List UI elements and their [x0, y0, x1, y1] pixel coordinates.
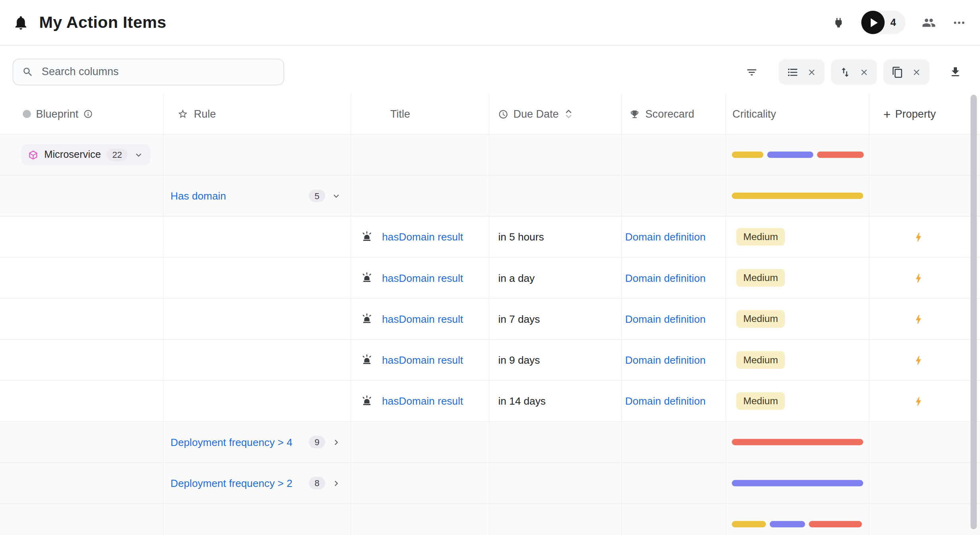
criticality-badge: Medium	[736, 228, 785, 246]
due-date-value: in a day	[498, 272, 535, 284]
clear-group-by-icon[interactable]	[807, 67, 817, 77]
chevron-right-icon[interactable]	[331, 437, 342, 448]
column-label-rule: Rule	[194, 108, 216, 120]
add-property-button[interactable]: + Property	[870, 94, 967, 134]
info-icon[interactable]	[83, 109, 93, 119]
users-icon[interactable]	[922, 16, 936, 29]
list-view-icon[interactable]	[787, 66, 799, 78]
scorecard-link[interactable]: Domain definition	[625, 272, 706, 284]
action-item-title-link[interactable]: hasDomain result	[382, 354, 463, 366]
alarm-siren-icon	[351, 354, 382, 366]
criticality-summary-cell	[726, 134, 870, 175]
chevron-down-icon[interactable]	[134, 149, 144, 160]
criticality-bar-red	[732, 439, 863, 445]
column-label-due-date: Due Date	[513, 108, 559, 120]
blueprint-chip-microservice[interactable]: Microservice 22	[21, 144, 151, 165]
rule-group-cell: Deployment frequency > 2 8	[164, 463, 351, 504]
plug-integrations-icon[interactable]	[832, 16, 845, 29]
sort-icon[interactable]	[839, 66, 851, 78]
clear-sort-icon[interactable]	[859, 67, 869, 77]
rule-group-link[interactable]: Deployment frequency > 2	[170, 477, 292, 489]
action-item-row: hasDomain result in 7 days Domain defini…	[0, 299, 980, 340]
filter-icon[interactable]	[740, 59, 763, 85]
rule-group-count: 9	[309, 436, 325, 448]
rule-group-row-has-domain: Has domain 5	[0, 176, 980, 217]
scorecard-link[interactable]: Domain definition	[625, 354, 706, 366]
action-item-row: hasDomain result in a day Domain definit…	[0, 258, 980, 299]
column-label-scorecard: Scorecard	[645, 108, 694, 120]
criticality-summary-cell	[726, 176, 870, 216]
app-window: My Action Items 4	[0, 0, 980, 535]
action-item-row: hasDomain result in 14 days Domain defin…	[0, 381, 980, 422]
column-label-property: Property	[895, 108, 936, 120]
criticality-badge: Medium	[736, 351, 785, 368]
more-options-icon[interactable]	[952, 16, 966, 29]
group-by-control	[779, 59, 825, 85]
play-icon	[861, 11, 885, 34]
page-title: My Action Items	[39, 13, 167, 32]
page-header-left: My Action Items	[13, 13, 167, 32]
notifications-bell-icon	[13, 14, 29, 31]
grouping-control	[883, 59, 930, 85]
clear-grouping-icon[interactable]	[912, 67, 921, 77]
due-date-value: in 14 days	[498, 395, 546, 407]
chevron-right-icon[interactable]	[331, 478, 342, 488]
star-icon	[177, 109, 188, 119]
rule-group-link[interactable]: Deployment frequency > 4	[170, 436, 292, 448]
search-columns-box[interactable]	[13, 59, 284, 85]
group-columns-icon[interactable]	[892, 66, 904, 78]
criticality-bar-yellow	[732, 151, 763, 158]
vertical-scrollbar[interactable]	[970, 95, 977, 529]
rule-group-cell: Deployment frequency > 4 9	[164, 422, 351, 462]
table-header-row: Blueprint Rule Title Due Date	[0, 94, 980, 135]
criticality-bar-purple	[767, 151, 813, 158]
rule-group-count: 8	[309, 477, 325, 490]
alarm-siren-icon	[351, 395, 382, 407]
runs-indicator[interactable]: 4	[861, 11, 905, 34]
scorecard-link[interactable]: Domain definition	[625, 395, 706, 407]
column-header-criticality[interactable]: Criticality	[726, 94, 870, 134]
rule-group-link[interactable]: Has domain	[170, 190, 226, 202]
criticality-bar-red	[817, 151, 864, 158]
due-date-value: in 9 days	[498, 354, 540, 366]
action-items-table: Blueprint Rule Title Due Date	[0, 94, 980, 535]
criticality-badge: Medium	[736, 269, 785, 287]
chevron-down-icon[interactable]	[331, 190, 342, 201]
automation-bolt-icon	[912, 231, 924, 243]
column-header-blueprint[interactable]: Blueprint	[13, 94, 164, 134]
rule-group-count: 5	[309, 190, 325, 202]
column-header-scorecard[interactable]: Scorecard	[622, 94, 726, 134]
action-item-title-link[interactable]: hasDomain result	[382, 313, 463, 325]
scorecard-link[interactable]: Domain definition	[625, 231, 706, 243]
page-header-actions: 4	[832, 11, 966, 34]
action-item-title-link[interactable]: hasDomain result	[382, 272, 463, 284]
sort-direction-icon[interactable]	[565, 109, 572, 119]
runs-count-badge: 4	[890, 17, 896, 28]
download-export-icon[interactable]	[943, 59, 967, 85]
automation-bolt-icon	[912, 272, 924, 284]
search-columns-input[interactable]	[41, 65, 275, 79]
blueprint-group-label: Microservice	[44, 149, 101, 161]
action-item-title-link[interactable]: hasDomain result	[382, 395, 463, 407]
criticality-bar-purple	[732, 480, 863, 487]
column-label-blueprint: Blueprint	[36, 108, 79, 120]
plus-icon: +	[883, 108, 891, 120]
trophy-icon	[629, 109, 639, 119]
blueprint-group-row: Microservice 22	[0, 134, 980, 175]
due-date-value: in 5 hours	[498, 231, 544, 243]
sort-control	[831, 59, 877, 85]
column-header-due-date[interactable]: Due Date	[489, 94, 622, 134]
criticality-bar-yellow	[732, 193, 863, 199]
column-header-title[interactable]: Title	[351, 94, 489, 134]
criticality-bar-purple	[770, 521, 805, 527]
due-date-value: in 7 days	[498, 313, 540, 325]
clock-icon	[498, 109, 508, 119]
criticality-bar-red	[809, 521, 862, 527]
column-header-rule[interactable]: Rule	[164, 94, 351, 134]
criticality-summary-cell	[726, 422, 870, 462]
page-header: My Action Items 4	[0, 0, 980, 45]
automation-bolt-icon	[912, 395, 924, 407]
scorecard-link[interactable]: Domain definition	[625, 313, 706, 325]
action-item-title-link[interactable]: hasDomain result	[382, 231, 463, 243]
table-toolbar	[0, 59, 980, 85]
